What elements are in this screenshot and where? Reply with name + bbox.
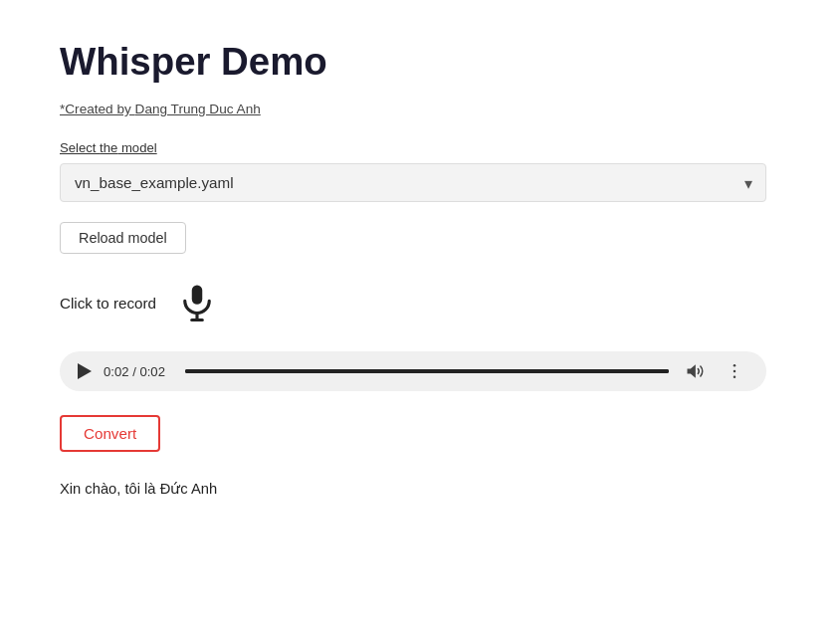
volume-button[interactable] bbox=[681, 361, 709, 381]
audio-player: 0:02 / 0:02 bbox=[60, 351, 766, 391]
play-button[interactable] bbox=[78, 363, 92, 379]
play-icon bbox=[78, 363, 92, 379]
reload-model-button[interactable]: Reload model bbox=[60, 222, 186, 254]
progress-bar[interactable] bbox=[185, 369, 669, 373]
microphone-icon bbox=[176, 282, 218, 323]
svg-point-4 bbox=[734, 364, 736, 367]
svg-point-6 bbox=[734, 376, 736, 379]
record-section: Click to record bbox=[60, 282, 780, 323]
svg-marker-3 bbox=[688, 364, 696, 377]
model-select-wrapper: vn_base_example.yaml ▾ bbox=[60, 163, 766, 202]
svg-point-5 bbox=[734, 370, 736, 373]
time-display: 0:02 / 0:02 bbox=[104, 364, 173, 379]
svg-rect-0 bbox=[192, 286, 203, 305]
page-title: Whisper Demo bbox=[60, 40, 780, 84]
record-label: Click to record bbox=[60, 295, 156, 312]
progress-bar-fill bbox=[185, 369, 669, 373]
microphone-button[interactable] bbox=[176, 282, 218, 323]
model-label: Select the model bbox=[60, 140, 780, 155]
model-select[interactable]: vn_base_example.yaml bbox=[60, 163, 766, 202]
created-by-text: *Created by Dang Trung Duc Anh bbox=[60, 102, 780, 116]
transcription-text: Xin chào, tôi là Đức Anh bbox=[60, 480, 780, 497]
more-options-button[interactable] bbox=[721, 361, 748, 381]
volume-icon bbox=[685, 361, 705, 381]
convert-button[interactable]: Convert bbox=[60, 415, 160, 452]
more-icon bbox=[725, 361, 744, 381]
